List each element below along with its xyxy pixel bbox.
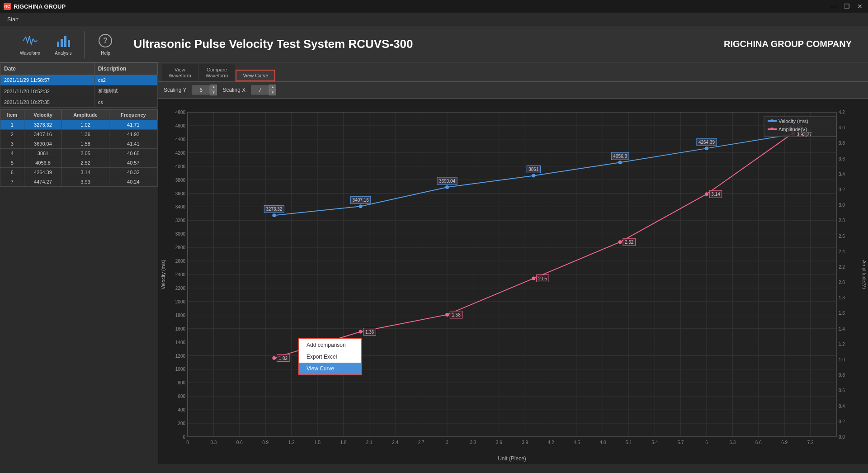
scaling-x-input[interactable] [251,85,269,95]
svg-text:?: ? [104,37,108,44]
data-amplitude: 2.52 [62,158,109,168]
right-panel: View Waveform Compare Waveform View Curv… [158,62,868,464]
chart-area: Add comparison Export Excel View Curve [158,99,868,464]
data-header: Amplitude [62,110,109,120]
svg-rect-0 [57,42,59,47]
data-row[interactable]: 54056.82.5240.57 [0,158,158,168]
record-desc: 桩梯测试 [94,85,157,97]
scaling-y-input-wrap: ▲ ▼ [192,85,217,95]
help-button[interactable]: ? Help [94,31,117,57]
scaling-y-input[interactable] [192,85,210,95]
analysis-button[interactable]: Analysis [51,31,75,57]
tab-bar: View Waveform Compare Waveform View Curv… [158,62,868,82]
scaling-x-down[interactable]: ▼ [269,90,276,95]
tab-view-curve[interactable]: View Curve [236,70,275,81]
data-item: 1 [0,120,24,130]
menu-bar: Start [0,13,868,26]
record-desc: cs2 [94,75,157,85]
data-row[interactable]: 33690.041.5841.41 [0,139,158,149]
data-row[interactable]: 13273.321.0241.71 [0,120,158,130]
title-bar: RC RIGCHINA GROUP — ❐ ✕ [0,0,868,13]
data-item: 3 [0,139,24,149]
help-label: Help [101,51,110,56]
data-row[interactable]: 74474.273.9340.24 [0,177,158,187]
tab-compare-waveform[interactable]: Compare Waveform [199,64,235,81]
record-date: 2021/11/28 18:52:32 [0,85,94,97]
analysis-icon [55,33,71,49]
data-item: 5 [0,158,24,168]
data-velocity: 3690.04 [24,139,62,149]
data-item: 2 [0,130,24,139]
left-panel: Date Discription 2021/11/29 11:58:57cs22… [0,62,158,464]
analysis-label: Analysis [55,51,71,56]
data-row[interactable]: 64264.393.1440.32 [0,168,158,177]
data-frequency: 41.71 [109,120,157,130]
scaling-x-spinner: ▲ ▼ [269,85,276,95]
data-item: 7 [0,177,24,187]
ctx-view-curve[interactable]: View Curve [299,363,361,374]
data-item: 6 [0,168,24,177]
record-date: 2021/11/28 18:27:35 [0,97,94,108]
toolbar: Waveform Analysis ? Help Ultrasonic Puls… [0,26,868,62]
data-header: Velocity [24,110,62,120]
chart-canvas [158,99,868,464]
data-velocity: 4056.8 [24,158,62,168]
data-row[interactable]: 23407.161.3641.93 [0,130,158,139]
close-button[interactable]: ✕ [855,3,864,10]
data-section: ItemVelocityAmplitudeFrequency 13273.321… [0,109,158,464]
data-amplitude: 2.05 [62,149,109,158]
records-date-header: Date [0,63,94,75]
data-amplitude: 1.58 [62,139,109,149]
scaling-y-up[interactable]: ▲ [210,85,217,90]
svg-rect-2 [64,36,66,47]
window-controls[interactable]: — ❐ ✕ [829,3,864,10]
data-amplitude: 1.02 [62,120,109,130]
context-menu: Add comparison Export Excel View Curve [298,338,362,375]
data-frequency: 41.41 [109,139,157,149]
scaling-y-down[interactable]: ▼ [210,90,217,95]
data-header: Item [0,110,24,120]
record-row[interactable]: 2021/11/28 18:52:32桩梯测试 [0,85,158,97]
help-icon: ? [97,33,113,49]
menu-start[interactable]: Start [4,14,22,24]
restore-button[interactable]: ❐ [842,3,852,10]
record-row[interactable]: 2021/11/29 11:58:57cs2 [0,75,158,85]
app-main-title: Ultrasonic Pulse Velocity Test System RC… [133,37,413,51]
app-title: RIGCHINA GROUP [14,3,66,10]
main-area: Date Discription 2021/11/29 11:58:57cs22… [0,62,868,464]
data-amplitude: 3.93 [62,177,109,187]
record-row[interactable]: 2021/11/28 18:27:35cs [0,97,158,108]
data-frequency: 41.93 [109,130,157,139]
scaling-y-spinner: ▲ ▼ [210,85,217,95]
tab-view-waveform[interactable]: View Waveform [162,64,198,81]
svg-rect-1 [61,39,63,47]
waveform-button[interactable]: Waveform [16,31,44,57]
data-velocity: 4264.39 [24,168,62,177]
ctx-add-comparison[interactable]: Add comparison [299,339,361,351]
data-amplitude: 3.14 [62,168,109,177]
app-logo: RC [4,3,11,10]
data-velocity: 3273.32 [24,120,62,130]
company-name: RIGCHINA GROUP COMPANY [724,39,852,49]
data-frequency: 40.32 [109,168,157,177]
records-desc-header: Discription [94,63,157,75]
waveform-icon [22,33,38,49]
data-velocity: 3861 [24,149,62,158]
toolbar-separator [84,31,85,58]
data-item: 4 [0,149,24,158]
data-table: ItemVelocityAmplitudeFrequency 13273.321… [0,109,158,187]
scaling-x-up[interactable]: ▲ [269,85,276,90]
data-frequency: 40.65 [109,149,157,158]
svg-rect-3 [68,40,70,47]
waveform-label: Waveform [20,51,40,56]
record-date: 2021/11/29 11:58:57 [0,75,94,85]
record-desc: cs [94,97,157,108]
data-velocity: 3407.16 [24,130,62,139]
scaling-bar: Scaling Y ▲ ▼ Scaling X ▲ ▼ [158,82,868,99]
title-bar-left: RC RIGCHINA GROUP [4,3,66,10]
records-table: Date Discription 2021/11/29 11:58:57cs22… [0,62,158,108]
minimize-button[interactable]: — [829,3,839,10]
ctx-export-excel[interactable]: Export Excel [299,351,361,363]
data-row[interactable]: 438612.0540.65 [0,149,158,158]
data-velocity: 4474.27 [24,177,62,187]
